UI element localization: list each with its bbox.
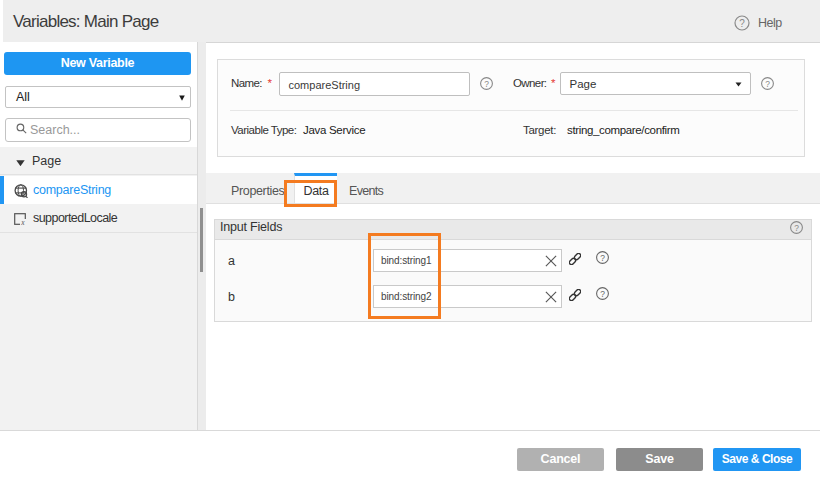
svg-text:?: ?	[600, 289, 605, 299]
svg-text:?: ?	[739, 18, 745, 29]
svg-text:?: ?	[765, 79, 770, 89]
svg-text:x: x	[20, 218, 25, 226]
svg-text:?: ?	[794, 223, 799, 233]
svg-text:?: ?	[484, 79, 489, 89]
svg-text:?: ?	[600, 253, 605, 263]
